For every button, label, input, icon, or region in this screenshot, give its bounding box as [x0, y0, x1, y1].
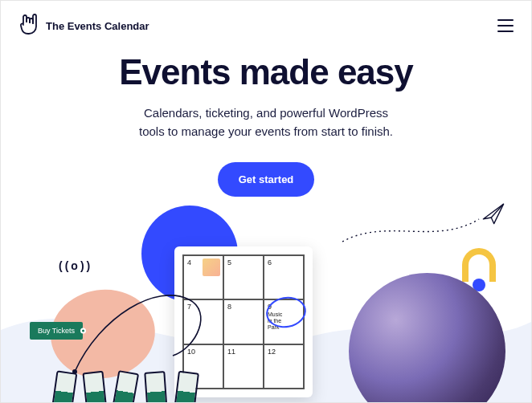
ticket-icon	[51, 370, 78, 403]
broadcast-icon: ((o))	[59, 259, 92, 272]
site-header: The Events Calendar	[1, 1, 531, 47]
hero: Events made easy Calendars, ticketing, a…	[1, 47, 531, 197]
calendar-cell: 12	[264, 344, 304, 389]
calendar-cell: 9 Music in the Park	[264, 299, 304, 344]
brand-name: The Events Calendar	[46, 20, 149, 32]
ticket-icon	[82, 371, 107, 403]
badge-dot	[80, 328, 86, 334]
calendar-cell: 5	[223, 255, 264, 299]
get-started-button[interactable]: Get started	[218, 162, 315, 197]
calendar-cell: 8	[223, 299, 264, 344]
ticket-icon	[112, 370, 139, 403]
buy-tickets-badge[interactable]: Buy Tickets	[30, 322, 83, 340]
people-photo	[349, 273, 505, 403]
paper-plane-icon	[338, 202, 515, 250]
hero-title: Events made easy	[33, 52, 499, 92]
calendar-cell: 11	[223, 344, 264, 389]
hamburger-menu-icon[interactable]	[497, 19, 514, 32]
tickets-illustration	[54, 372, 197, 403]
calendar-cell: 6	[264, 255, 304, 299]
ticket-icon	[144, 371, 167, 403]
brand[interactable]: The Events Calendar	[18, 12, 149, 39]
calendar-cell: 7	[183, 299, 223, 344]
hero-illustration: ((o)) Buy Tickets 4 5 6 7 8 9 Music in t…	[1, 210, 531, 402]
ticket-icon	[174, 371, 199, 403]
hero-subtitle: Calendars, ticketing, and powerful WordP…	[33, 104, 499, 141]
rock-hand-icon	[18, 12, 39, 39]
thumbnail-icon	[203, 258, 220, 276]
calendar-cell: 4	[183, 255, 223, 299]
